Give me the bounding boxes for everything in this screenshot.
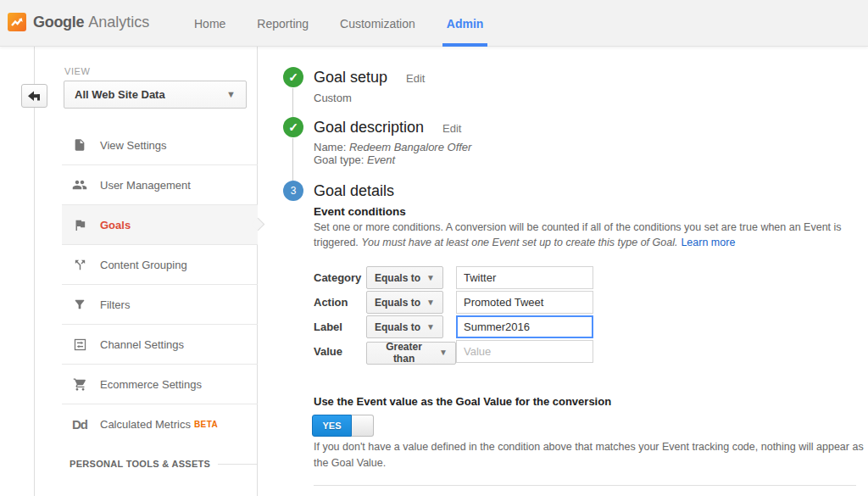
back-arrow-icon [27,90,42,103]
sidebar-menu: View Settings User Management Goals Cont… [62,125,258,444]
goal-name-value: Redeem Bangalore Offer [349,141,472,153]
back-button[interactable] [21,84,47,108]
nav-item-reporting[interactable]: Reporting [255,15,310,32]
channel-icon [72,337,87,352]
sidebar-item-content-grouping[interactable]: Content Grouping [62,245,258,285]
operator-value: Equals to [375,272,420,284]
sidebar-item-segments[interactable]: Segments [62,484,258,496]
view-section-label: VIEW [64,66,91,76]
goal-type-value: Event [367,153,395,166]
goal-description-check-icon: ✓ [283,117,303,137]
goal-details-title: Goal details [314,182,394,200]
main-nav: Home Reporting Customization Admin [192,0,485,47]
chevron-down-icon: ▼ [426,323,435,332]
condition-row-label: Label Equals to ▼ [314,315,593,338]
operator-value: Equals to [375,321,420,333]
goal-type-label: Goal type: [314,153,367,166]
value-label: Value [314,345,366,358]
goal-value-heading: Use the Event value as the Goal Value fo… [314,395,611,408]
event-conditions-description: Set one or more conditions. A conversion… [314,220,865,250]
section-header-label: PERSONAL TOOLS & ASSETS [70,459,210,469]
chevron-down-icon: ▼ [426,274,435,282]
chevron-down-icon: ▼ [439,348,448,357]
condition-row-value: Value Greater than ▼ [314,340,593,363]
goal-value-note: If you don't have a value defined in the… [314,439,866,471]
label-input[interactable] [456,315,593,338]
label-operator-dropdown[interactable]: Equals to ▼ [366,315,443,338]
event-value-toggle[interactable]: YES [312,415,374,437]
event-conditions-heading: Event conditions [314,205,406,218]
nav-item-home[interactable]: Home [192,15,227,32]
sidebar-item-calculated-metrics[interactable]: Dd Calculated Metrics BETA [62,404,258,444]
sidebar-item-label: Filters [100,298,130,311]
condition-row-action: Action Equals to ▼ [314,291,593,314]
sidebar-item-label: Goals [100,219,131,231]
personal-tools-section-header: PERSONAL TOOLS & ASSETS [62,459,258,469]
beta-badge: BETA [194,420,218,429]
view-selector-value: All Web Site Data [75,88,165,101]
value-input[interactable] [456,340,593,363]
nav-item-admin[interactable]: Admin [445,15,486,32]
sidebar-item-goals[interactable]: Goals [62,205,258,245]
goal-description-header: Goal description Edit [314,119,461,137]
sidebar-item-filters[interactable]: Filters [62,285,258,325]
nav-item-customization[interactable]: Customization [338,15,417,32]
step-connector [292,88,293,117]
step-connector [292,138,293,181]
condition-rows: Category Equals to ▼ Action Equals to ▼ … [314,266,593,365]
goal-setup-header: Goal setup Edit [314,69,425,86]
analytics-logo-icon [8,13,26,31]
label-label: Label [314,320,366,333]
split-arrow-icon [72,257,87,272]
goal-setup-edit-link[interactable]: Edit [406,72,425,85]
left-rail-divider [34,47,35,496]
value-operator-dropdown[interactable]: Greater than ▼ [366,342,456,365]
dd-icon: Dd [72,417,87,432]
goal-name-row: Name: Redeem Bangalore Offer [314,141,471,153]
top-navbar: Google Analytics Home Reporting Customiz… [0,0,868,47]
chevron-down-icon: ▼ [426,298,435,307]
document-icon [72,137,87,153]
goal-type-row: Goal type: Event [314,153,395,166]
category-input[interactable] [456,266,593,289]
description-italic-text: You must have at least one Event set up … [361,237,677,248]
sidebar-item-label: User Management [100,179,191,192]
google-analytics-admin-page: Google Analytics Home Reporting Customiz… [0,0,868,496]
users-icon [72,177,87,192]
action-input[interactable] [456,291,593,314]
sidebar-item-channel-settings[interactable]: Channel Settings [62,325,258,365]
brand-analytics-text: Analytics [88,14,149,31]
cart-icon [72,376,87,392]
action-label: Action [314,296,366,309]
action-operator-dropdown[interactable]: Equals to ▼ [366,291,443,314]
goal-setup-value: Custom [314,92,352,104]
bottom-divider [314,485,856,486]
section-header-rule [218,464,258,465]
learn-more-link[interactable]: Learn more [681,237,735,248]
goal-details-step-number: 3 [283,181,303,201]
goal-name-label: Name: [314,141,349,153]
brand-logo[interactable]: Google Analytics [8,13,149,31]
sidebar-item-ecommerce-settings[interactable]: Ecommerce Settings [62,365,258,404]
toggle-handle[interactable] [352,415,374,437]
sidebar-item-user-management[interactable]: User Management [62,165,258,205]
flag-icon [72,217,87,232]
goal-description-title: Goal description [314,119,424,137]
goal-description-edit-link[interactable]: Edit [442,122,461,135]
category-label: Category [314,271,366,284]
condition-row-category: Category Equals to ▼ [314,266,593,289]
sidebar-item-label: View Settings [100,139,167,152]
funnel-icon [72,297,87,312]
category-operator-dropdown[interactable]: Equals to ▼ [366,266,443,289]
operator-value: Greater than [375,341,433,365]
chevron-down-icon: ▼ [226,90,236,99]
brand-google-text: Google [33,14,84,31]
goal-details-header: Goal details [314,182,394,200]
view-selector-dropdown[interactable]: All Web Site Data ▼ [64,81,247,109]
sidebar-item-view-settings[interactable]: View Settings [62,125,258,165]
sidebar-item-label: Ecommerce Settings [100,378,202,391]
active-item-notch [252,218,265,231]
operator-value: Equals to [375,297,420,309]
toggle-yes-label: YES [312,415,352,437]
sidebar-item-label: Channel Settings [100,338,184,351]
